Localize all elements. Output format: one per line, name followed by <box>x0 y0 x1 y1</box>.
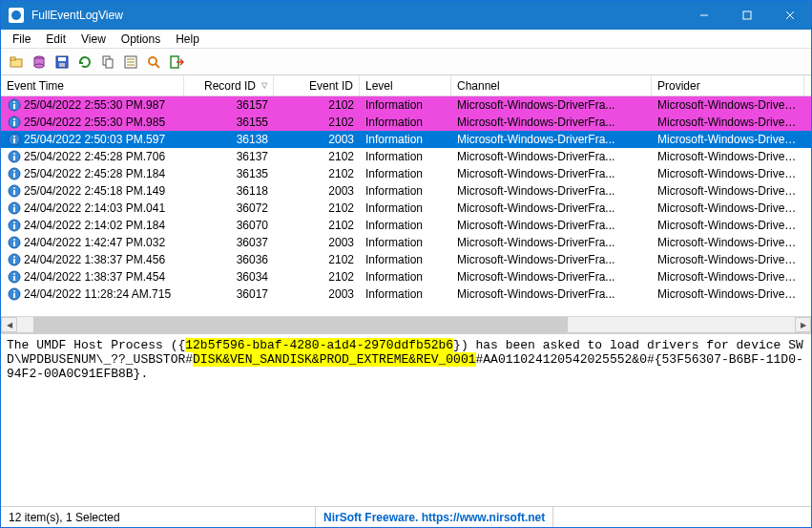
cell-record-id: 36155 <box>184 115 274 130</box>
table-row[interactable]: 24/04/2022 11:28:24 AM.715360172003Infor… <box>1 285 811 303</box>
sort-indicator-icon: ▽ <box>261 81 267 90</box>
grid-body[interactable]: 25/04/2022 2:55:30 PM.987361572102Inform… <box>1 96 811 316</box>
cell-provider: Microsoft-Windows-DriverFra... <box>652 132 804 147</box>
scroll-left-button[interactable]: ◀ <box>1 317 17 332</box>
highlight-guid: 12b5f596-bbaf-4280-a1d4-2970ddfb52b6 <box>185 338 453 352</box>
titlebar[interactable]: FullEventLogView <box>1 1 811 30</box>
cell-event-id: 2003 <box>274 286 360 302</box>
cell-provider: Microsoft-Windows-DriverFra... <box>652 235 804 250</box>
cell-level: Information <box>360 269 451 285</box>
svg-point-8 <box>34 64 44 68</box>
table-row[interactable]: 25/04/2022 2:55:30 PM.987361572102Inform… <box>1 96 811 114</box>
column-level[interactable]: Level <box>360 75 451 95</box>
column-record-id[interactable]: Record ID▽ <box>184 75 274 95</box>
cell-channel: Microsoft-Windows-DriverFra... <box>451 286 652 302</box>
event-grid: Event Time Record ID▽ Event ID Level Cha… <box>1 75 811 333</box>
table-row[interactable]: 24/04/2022 1:42:47 PM.032360372003Inform… <box>1 234 811 251</box>
cell-event-id: 2102 <box>274 115 360 130</box>
table-row[interactable]: 24/04/2022 1:38:37 PM.456360362102Inform… <box>1 251 811 268</box>
cell-provider: Microsoft-Windows-DriverFra... <box>652 218 804 233</box>
scroll-thumb[interactable] <box>33 317 568 332</box>
cell-event-time: 24/04/2022 2:14:03 PM.041 <box>24 201 165 215</box>
horizontal-scrollbar[interactable]: ◀ ▶ <box>1 316 811 332</box>
table-row[interactable]: 25/04/2022 2:55:30 PM.985361552102Inform… <box>1 114 811 131</box>
cell-channel: Microsoft-Windows-DriverFra... <box>451 218 652 233</box>
status-item-count: 12 item(s), 1 Selected <box>1 507 316 527</box>
info-icon <box>7 150 22 163</box>
column-provider[interactable]: Provider <box>652 75 804 95</box>
cell-channel: Microsoft-Windows-DriverFra... <box>451 269 652 285</box>
svg-point-34 <box>13 170 15 172</box>
minimize-button[interactable] <box>682 1 725 30</box>
cell-provider: Microsoft-Windows-DriverFra... <box>652 115 804 130</box>
cell-level: Information <box>360 201 451 216</box>
cell-record-id: 36118 <box>184 183 274 199</box>
cell-level: Information <box>360 286 451 302</box>
info-icon <box>7 287 22 301</box>
svg-rect-26 <box>13 121 15 126</box>
table-row[interactable]: 24/04/2022 1:38:37 PM.454360342102Inform… <box>1 268 811 285</box>
cell-provider: Microsoft-Windows-DriverFra... <box>652 183 804 199</box>
cell-record-id: 36138 <box>184 132 274 147</box>
table-row[interactable]: 25/04/2022 2:45:28 PM.184361352102Inform… <box>1 165 811 182</box>
cell-record-id: 36135 <box>184 166 274 181</box>
svg-rect-1 <box>743 11 751 19</box>
cell-provider: Microsoft-Windows-DriverFra... <box>652 201 804 216</box>
cell-channel: Microsoft-Windows-DriverFra... <box>451 132 652 147</box>
menu-help[interactable]: Help <box>168 31 207 48</box>
menu-file[interactable]: File <box>5 31 38 48</box>
table-row[interactable]: 25/04/2022 2:45:18 PM.149361182003Inform… <box>1 182 811 200</box>
cell-channel: Microsoft-Windows-DriverFra... <box>451 149 652 164</box>
properties-icon[interactable] <box>121 53 140 72</box>
svg-rect-23 <box>13 104 15 109</box>
svg-point-22 <box>13 101 15 103</box>
cell-provider: Microsoft-Windows-DriverFra... <box>652 149 804 164</box>
menu-edit[interactable]: Edit <box>38 31 73 48</box>
scroll-right-button[interactable]: ▶ <box>795 317 811 332</box>
refresh-icon[interactable] <box>75 53 94 72</box>
cell-provider: Microsoft-Windows-DriverFra... <box>652 97 804 113</box>
status-credit-link[interactable]: NirSoft Freeware. https://www.nirsoft.ne… <box>316 507 553 527</box>
menu-options[interactable]: Options <box>114 31 168 48</box>
info-icon <box>7 253 22 266</box>
open-file-icon[interactable] <box>7 53 26 72</box>
cell-channel: Microsoft-Windows-DriverFra... <box>451 235 652 250</box>
copy-icon[interactable] <box>98 53 117 72</box>
cell-event-time: 24/04/2022 1:38:37 PM.456 <box>24 253 165 266</box>
info-icon <box>7 201 22 215</box>
data-source-icon[interactable] <box>30 53 49 72</box>
table-row[interactable]: 24/04/2022 2:14:02 PM.184360702102Inform… <box>1 217 811 234</box>
svg-point-40 <box>13 204 15 206</box>
cell-record-id: 36072 <box>184 201 274 216</box>
svg-line-19 <box>156 64 159 68</box>
scroll-track[interactable] <box>17 317 795 332</box>
svg-point-43 <box>13 222 15 223</box>
column-event-time[interactable]: Event Time <box>1 75 184 95</box>
svg-point-55 <box>13 290 15 292</box>
cell-provider: Microsoft-Windows-DriverFra... <box>652 269 804 285</box>
column-channel[interactable]: Channel <box>451 75 652 95</box>
cell-channel: Microsoft-Windows-DriverFra... <box>451 97 652 113</box>
maximize-button[interactable] <box>725 1 768 30</box>
info-icon <box>7 270 22 284</box>
detail-pane[interactable]: The UMDF Host Process ({12b5f596-bbaf-42… <box>1 333 811 506</box>
cell-event-id: 2102 <box>274 269 360 285</box>
info-icon <box>7 98 22 112</box>
save-icon[interactable] <box>52 53 72 72</box>
svg-rect-11 <box>59 63 65 67</box>
cell-level: Information <box>360 183 451 199</box>
table-row[interactable]: 25/04/2022 2:45:28 PM.706361372102Inform… <box>1 148 811 165</box>
cell-record-id: 36137 <box>184 149 274 164</box>
close-button[interactable] <box>768 1 811 30</box>
table-row[interactable]: 24/04/2022 2:14:03 PM.041360722102Inform… <box>1 200 811 217</box>
menu-view[interactable]: View <box>73 31 114 48</box>
table-row[interactable]: 25/04/2022 2:50:03 PM.597361382003Inform… <box>1 131 811 148</box>
svg-rect-56 <box>13 293 15 298</box>
column-event-id[interactable]: Event ID <box>274 75 360 95</box>
cell-event-id: 2102 <box>274 166 360 181</box>
find-icon[interactable] <box>144 53 163 72</box>
cell-level: Information <box>360 132 451 147</box>
info-icon <box>7 219 22 232</box>
exit-icon[interactable] <box>167 53 186 72</box>
svg-rect-5 <box>10 57 15 60</box>
